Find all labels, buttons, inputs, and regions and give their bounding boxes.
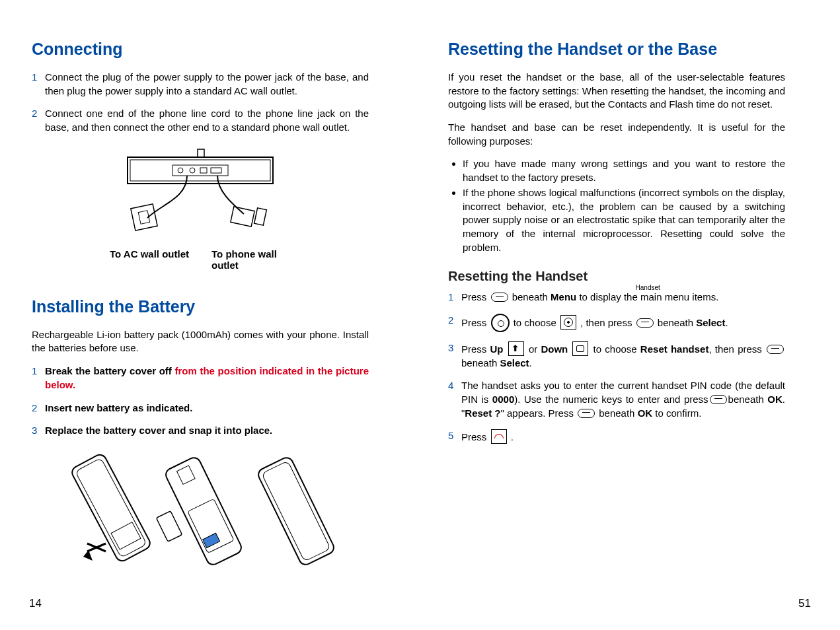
reset-handset-title: Resetting the Handset: [448, 269, 785, 284]
step-text: Press .: [461, 429, 785, 444]
step-text-bold: Break the battery cover off: [45, 365, 174, 376]
reset-q-label: Reset ?: [465, 407, 500, 419]
connecting-step-1: 1 Connect the plug of the power supply t…: [32, 71, 369, 98]
reset-step-4: 4 The handset asks you to enter the curr…: [448, 379, 785, 420]
step-text: Insert new battery as indicated.: [45, 402, 369, 415]
fig-label-phone: To phone wall outlet: [211, 248, 291, 271]
step-text: Connect the plug of the power supply to …: [45, 71, 369, 98]
ok-label: OK: [767, 394, 783, 405]
softkey-icon: [636, 318, 654, 328]
svg-rect-10: [231, 207, 254, 227]
up-icon: [508, 341, 524, 356]
battery-figure: [32, 448, 369, 574]
reset-step-1: 1 Press beneath Menu to display the main…: [448, 291, 785, 304]
step-number: 1: [32, 71, 45, 98]
battery-step-3: 3 Replace the battery cover and snap it …: [32, 424, 369, 438]
resetting-para1: If you reset the handset or the base, al…: [448, 71, 785, 112]
t: beneath: [596, 407, 638, 419]
softkey-icon: [710, 395, 727, 404]
base-diagram-svg: [101, 145, 299, 244]
step-number: 1: [448, 291, 461, 304]
svg-rect-20: [256, 456, 336, 567]
t: " appears. Press: [501, 407, 577, 419]
reset-handset-steps: 1 Press beneath Menu to display the main…: [448, 291, 785, 444]
step-number: 3: [32, 424, 45, 438]
t: .: [508, 431, 514, 442]
softkey-icon: [491, 293, 508, 302]
resetting-bullets: If you have made many wrong settings and…: [448, 157, 785, 254]
svg-rect-3: [198, 149, 204, 157]
step-number: 2: [32, 107, 45, 134]
battery-step-1: 1 Break the battery cover off from the p…: [32, 365, 369, 392]
settings-icon: [560, 315, 576, 330]
nav-wheel-icon: [491, 314, 510, 332]
up-label: Up: [490, 343, 504, 355]
t: , then press: [708, 343, 765, 355]
handset-small-label: Handset: [636, 284, 660, 291]
t: ). Use the numeric keys to enter and pre…: [514, 394, 708, 405]
t: Press: [461, 317, 490, 328]
battery-steps: 1 Break the battery cover off from the p…: [32, 365, 369, 438]
softkey-icon: [578, 409, 595, 418]
connecting-title: Connecting: [32, 40, 369, 59]
t: to choose: [590, 343, 640, 355]
t: beneath: [461, 357, 500, 368]
resetting-bullet-1: If you have made many wrong settings and…: [463, 157, 785, 184]
left-page: Connecting 1 Connect the plug of the pow…: [32, 40, 408, 610]
t: , then press: [578, 317, 635, 328]
t: beneath: [655, 317, 697, 328]
step-number: 4: [448, 379, 461, 420]
svg-rect-12: [70, 452, 153, 563]
fig-label-ac: To AC wall outlet: [110, 248, 189, 271]
t: to confirm.: [652, 407, 701, 419]
down-label: Down: [541, 343, 568, 355]
t: Press: [461, 291, 490, 302]
t: Press: [461, 431, 490, 442]
t: beneath: [510, 291, 551, 302]
reset-handset-label: Reset handset: [640, 343, 709, 355]
step-text: The handset asks you to enter the curren…: [461, 379, 785, 420]
step-text: Press to choose , then press beneath Sel…: [461, 314, 785, 332]
t: or: [525, 343, 541, 355]
step-number: 5: [448, 429, 461, 444]
t: to display the main menu items.: [576, 291, 718, 302]
step-text: Replace the battery cover and snap it in…: [45, 424, 369, 438]
reset-step-3: 3 Press Up or Down to choose Reset hands…: [448, 341, 785, 370]
resetting-para2: The handset and base can be reset indepe…: [448, 121, 785, 148]
svg-rect-15: [164, 456, 243, 567]
menu-label: Menu: [551, 291, 576, 302]
battery-title: Installing the Battery: [32, 297, 369, 316]
svg-rect-19: [156, 511, 182, 542]
svg-rect-6: [200, 168, 207, 173]
page-number-left: 14: [29, 597, 42, 610]
select-label: Select: [696, 317, 725, 328]
resetting-title: Resetting the Handset or the Base: [448, 40, 785, 59]
page-spread: Connecting 1 Connect the plug of the pow…: [0, 0, 840, 630]
pin-label: 0000: [492, 394, 514, 405]
t: to choose: [511, 317, 559, 328]
down-icon: [572, 341, 588, 356]
step-number: 1: [32, 365, 45, 392]
connecting-steps: 1 Connect the plug of the power supply t…: [32, 71, 369, 135]
svg-point-5: [190, 168, 195, 173]
connecting-step-2: 2 Connect one end of the phone line cord…: [32, 107, 369, 134]
step-number: 2: [448, 314, 461, 332]
svg-rect-7: [211, 168, 221, 173]
t: Press: [461, 343, 490, 355]
step-text: Press beneath Menu to display the main m…: [461, 291, 785, 304]
battery-diagram-svg: [52, 448, 349, 574]
battery-step-2: 2 Insert new battery as indicated.: [32, 402, 369, 415]
svg-rect-8: [131, 204, 157, 230]
select-label: Select: [500, 357, 529, 368]
step-number: 3: [448, 341, 461, 370]
resetting-bullet-2: If the phone shows logical malfunctions …: [463, 186, 785, 254]
battery-intro: Rechargeable Li-ion battery pack (1000mA…: [32, 328, 369, 355]
t: beneath: [728, 394, 768, 405]
svg-point-4: [178, 168, 183, 173]
base-connection-figure: To AC wall outlet To phone wall outlet: [32, 145, 369, 271]
step-text: Break the battery cover off from the pos…: [45, 365, 369, 392]
ok-label: OK: [638, 407, 653, 419]
svg-rect-11: [254, 208, 267, 225]
page-number-right: 51: [798, 597, 811, 610]
step-text: Connect one end of the phone line cord t…: [45, 107, 369, 134]
